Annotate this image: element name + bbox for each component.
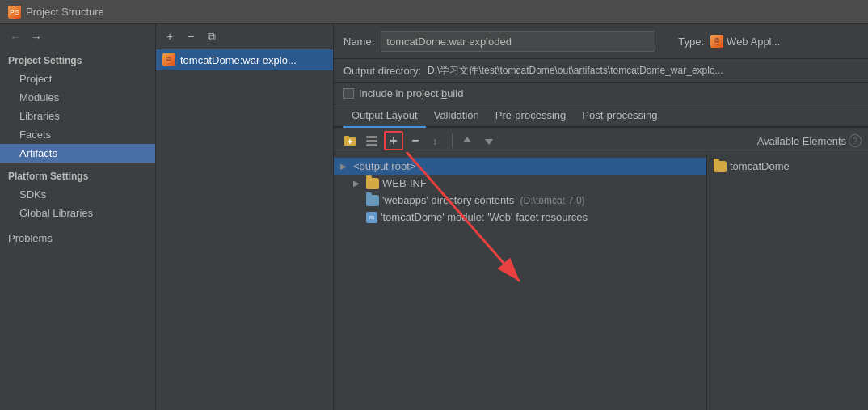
middle-panel: + − ⧉ 🏺 tomcatDome:war explo...	[156, 24, 334, 410]
artifact-item-tomcatdome[interactable]: 🏺 tomcatDome:war explo...	[156, 49, 333, 70]
platform-settings-section: Platform Settings	[0, 163, 155, 185]
sidebar-item-project[interactable]: Project	[0, 70, 155, 88]
nav-back-button[interactable]: ←	[6, 29, 24, 45]
create-directory-button[interactable]	[340, 131, 360, 150]
tree-left-panel: ▶ <output root> ▶ WEB-INF 'webapps' dire…	[334, 154, 706, 410]
tree-expand-arrow: ▶	[340, 162, 350, 171]
remove-element-button[interactable]: −	[406, 131, 425, 150]
show-content-button[interactable]	[362, 131, 381, 150]
tree-item-tomcatdome-module[interactable]: m 'tomcatDome' module: 'Web' facet resou…	[334, 209, 706, 226]
nav-forward-button[interactable]: →	[27, 29, 45, 45]
type-text: Web Appl...	[727, 36, 780, 48]
output-dir-label: Output directory:	[343, 65, 421, 77]
webinf-label: WEB-INF	[382, 177, 427, 189]
include-build-row: Include in project build	[334, 83, 868, 104]
tree-item-output-root[interactable]: ▶ <output root>	[334, 158, 706, 175]
sidebar-item-sdks[interactable]: SDKs	[0, 185, 155, 204]
toolbar-separator	[452, 133, 453, 148]
name-input[interactable]	[381, 31, 655, 52]
include-build-checkbox[interactable]	[343, 88, 354, 99]
artifact-item-label: tomcatDome:war explo...	[180, 54, 297, 66]
app-icon: PS	[8, 6, 21, 19]
folder-blue-icon	[366, 195, 379, 206]
webapps-path: (D:\tomcat-7.0)	[517, 195, 584, 206]
tree-item-webapps[interactable]: 'webapps' directory contents (D:\tomcat-…	[334, 192, 706, 209]
add-icon: +	[390, 133, 397, 148]
tab-validation[interactable]: Validation	[426, 104, 487, 128]
available-elements-label: Available Elements	[757, 135, 846, 147]
available-tomcatdome-label: tomcatDome	[730, 160, 790, 172]
folder-icon	[714, 161, 727, 172]
folder-icon	[366, 178, 379, 189]
available-elements-panel: tomcatDome	[706, 154, 868, 410]
svg-rect-4	[366, 136, 377, 138]
output-dir-row: Output directory: D:\学习文件\test\tomcatDom…	[334, 59, 868, 83]
svg-marker-8	[463, 137, 471, 142]
output-root-label: <output root>	[353, 160, 415, 172]
output-dir-value: D:\学习文件\test\tomcatDome\out\artifacts\to…	[428, 64, 723, 78]
tabs-row: Output Layout Validation Pre-processing …	[334, 104, 868, 128]
move-up-button[interactable]	[457, 131, 477, 150]
sidebar-item-problems[interactable]: Problems	[0, 229, 155, 247]
nav-arrows: ← →	[0, 24, 155, 50]
available-item-tomcatdome[interactable]: tomcatDome	[707, 158, 868, 175]
tree-item-webinf[interactable]: ▶ WEB-INF	[334, 175, 706, 192]
tree-area: ▶ <output root> ▶ WEB-INF 'webapps' dire…	[334, 154, 868, 410]
svg-rect-6	[366, 144, 377, 146]
type-value: 🏺 Web Appl...	[710, 35, 780, 48]
main-layout: ← → Project Settings Project Modules Lib…	[0, 24, 868, 410]
svg-rect-5	[366, 140, 377, 142]
webapps-label: 'webapps' directory contents	[382, 194, 514, 206]
copy-artifact-button[interactable]: ⧉	[203, 27, 221, 45]
app-title: Project Structure	[26, 6, 104, 18]
sidebar: ← → Project Settings Project Modules Lib…	[0, 24, 156, 410]
sidebar-item-artifacts[interactable]: Artifacts	[0, 144, 155, 163]
content-panel: Name: Type: 🏺 Web Appl... Output directo…	[334, 24, 868, 410]
content-toolbar: + − ↕ Available Elements ?	[334, 128, 868, 154]
sidebar-item-facets[interactable]: Facets	[0, 125, 155, 144]
remove-artifact-button[interactable]: −	[182, 27, 200, 45]
sidebar-item-libraries[interactable]: Libraries	[0, 107, 155, 125]
tab-pre-processing[interactable]: Pre-processing	[487, 104, 574, 128]
tree-content-area: + − ↕ Available Elements ?	[334, 128, 868, 410]
project-settings-section: Project Settings	[0, 50, 155, 70]
svg-rect-1	[344, 136, 349, 138]
tree-expand-arrow: ▶	[353, 179, 363, 188]
help-button[interactable]: ?	[849, 134, 862, 147]
sidebar-item-modules[interactable]: Modules	[0, 88, 155, 107]
tab-post-processing[interactable]: Post-processing	[574, 104, 665, 128]
artifact-icon: 🏺	[162, 53, 175, 66]
title-bar: PS Project Structure	[0, 0, 868, 24]
sort-button[interactable]: ↕	[428, 131, 447, 150]
type-icon: 🏺	[710, 35, 723, 48]
add-element-button[interactable]: +	[384, 131, 403, 150]
tab-output-layout[interactable]: Output Layout	[343, 104, 426, 128]
remove-icon: −	[411, 133, 419, 148]
move-down-button[interactable]	[479, 131, 499, 150]
type-label: Type:	[678, 36, 704, 48]
middle-toolbar: + − ⧉	[156, 24, 333, 49]
name-row: Name: Type: 🏺 Web Appl...	[334, 24, 868, 59]
name-label: Name:	[343, 36, 374, 48]
add-artifact-button[interactable]: +	[161, 27, 179, 45]
module-label: 'tomcatDome' module: 'Web' facet resourc…	[381, 211, 588, 223]
sidebar-item-global-libraries[interactable]: Global Libraries	[0, 204, 155, 222]
svg-text:↕: ↕	[432, 136, 437, 147]
include-build-label: Include in project build	[359, 87, 463, 99]
module-icon: m	[366, 212, 377, 223]
svg-marker-9	[485, 139, 493, 145]
